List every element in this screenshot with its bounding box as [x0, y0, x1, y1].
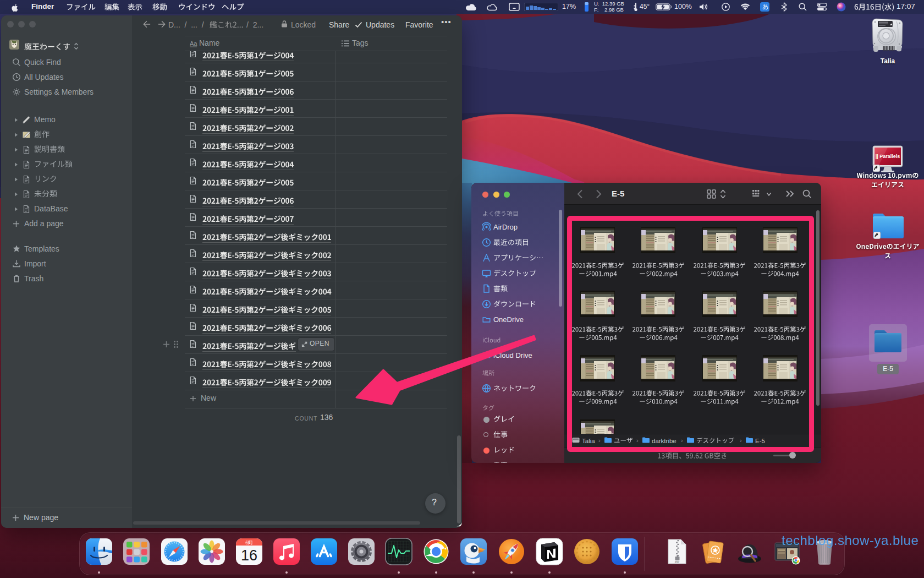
svg-text:6: 6: [248, 539, 251, 545]
svg-text:16: 16: [241, 547, 257, 564]
svg-text:Aa: Aa: [190, 40, 197, 47]
svg-text:ZIP: ZIP: [675, 560, 680, 564]
svg-text:|| Parallels: || Parallels: [876, 154, 900, 159]
